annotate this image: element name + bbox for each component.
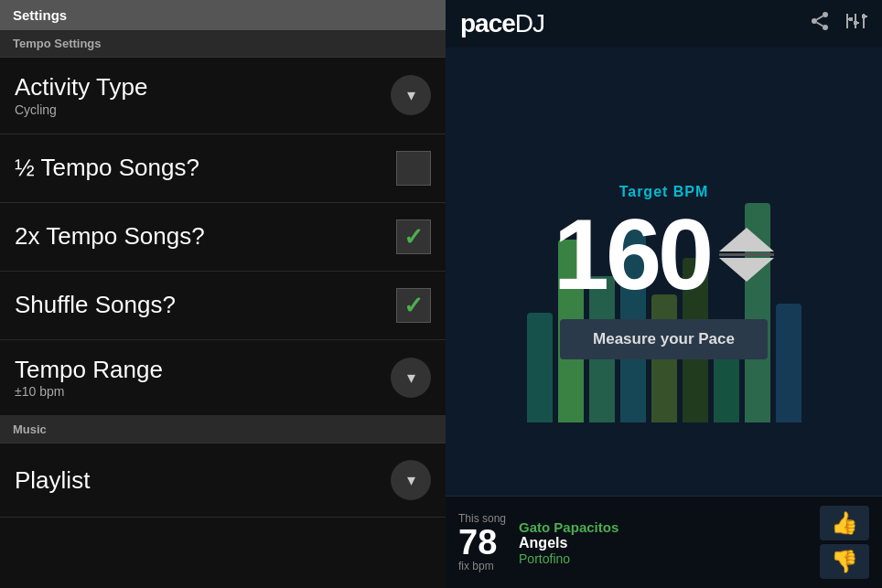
logo-pace: pace: [460, 9, 515, 38]
pacedj-header: pace DJ: [446, 0, 882, 48]
svg-point-2: [823, 25, 828, 30]
svg-rect-7: [849, 17, 853, 21]
song-info: This song 78 fix bpm Gato Papacitos Ange…: [446, 496, 882, 588]
svg-rect-13: [862, 15, 866, 18]
bpm-row: 160: [554, 204, 775, 305]
settings-item-activity-type[interactable]: Activity Type Cycling ▾: [0, 58, 446, 134]
playlist-dropdown[interactable]: ▾: [391, 460, 431, 500]
checkmark-double-tempo: ✓: [403, 225, 424, 249]
pacedj-panel: pace DJ: [446, 0, 882, 588]
double-tempo-label: 2x Tempo Songs?: [15, 223, 205, 250]
settings-item-tempo-range[interactable]: Tempo Range ±10 bpm ▾: [0, 340, 446, 417]
svg-rect-10: [854, 21, 857, 25]
svg-point-1: [812, 18, 817, 24]
equalizer-icon[interactable]: [844, 10, 867, 37]
settings-panel: Settings Tempo Settings Activity Type Cy…: [0, 0, 446, 588]
stepper-divider: [719, 253, 774, 256]
thumbs-down-button[interactable]: 👎: [820, 544, 869, 579]
bpm-stepper: [719, 228, 774, 282]
half-tempo-label: ½ Tempo Songs?: [15, 155, 199, 181]
settings-title-bar: Settings: [0, 0, 446, 30]
measure-pace-button[interactable]: Measure your Pace: [560, 319, 768, 359]
checkmark-shuffle: ✓: [403, 294, 424, 317]
song-artist: Angels: [519, 535, 807, 551]
svg-point-0: [823, 12, 828, 17]
svg-line-4: [817, 16, 823, 20]
tempo-range-value: ±10 bpm: [15, 384, 163, 399]
thumbs-container: 👍 👎: [820, 506, 869, 579]
song-details: Gato Papacitos Angels Portofino: [519, 519, 807, 566]
settings-item-half-tempo[interactable]: ½ Tempo Songs?: [0, 134, 446, 203]
tempo-range-dropdown[interactable]: ▾: [391, 358, 431, 398]
activity-type-label: Activity Type: [15, 74, 147, 101]
activity-type-dropdown[interactable]: ▾: [391, 75, 431, 115]
song-album: Portofino: [519, 551, 807, 566]
viz-bar: [527, 313, 553, 422]
song-bpm-number: 78: [458, 525, 497, 560]
section-header-tempo: Tempo Settings: [0, 30, 446, 58]
viz-area: Target BPM 160 Measure your Pace: [446, 48, 882, 496]
fix-bpm-label: fix bpm: [458, 560, 494, 572]
thumbs-up-button[interactable]: 👍: [820, 506, 869, 540]
settings-title: Settings: [13, 7, 67, 23]
bpm-increment-button[interactable]: [719, 228, 774, 251]
bpm-number: 160: [554, 204, 711, 305]
svg-line-3: [817, 23, 823, 27]
shuffle-checkbox[interactable]: ✓: [396, 288, 431, 323]
half-tempo-checkbox[interactable]: [396, 151, 431, 186]
section-header-music: Music: [0, 416, 446, 444]
playlist-label: Playlist: [15, 467, 90, 494]
bpm-decrement-button[interactable]: [719, 258, 774, 282]
settings-item-playlist[interactable]: Playlist ▾: [0, 444, 446, 518]
song-name-top: Gato Papacitos: [519, 519, 807, 535]
settings-item-double-tempo[interactable]: 2x Tempo Songs? ✓: [0, 203, 446, 272]
shuffle-label: Shuffle Songs?: [15, 292, 176, 318]
song-bpm-box: This song 78 fix bpm: [458, 512, 506, 572]
settings-item-shuffle[interactable]: Shuffle Songs? ✓: [0, 272, 446, 340]
tempo-range-label: Tempo Range: [15, 357, 163, 383]
share-icon[interactable]: [809, 10, 831, 37]
pacedj-logo: pace DJ: [460, 9, 544, 38]
double-tempo-checkbox[interactable]: ✓: [396, 219, 431, 254]
logo-dj: DJ: [515, 9, 544, 38]
header-icons: [809, 10, 867, 37]
viz-bar: [776, 304, 801, 422]
activity-type-value: Cycling: [15, 102, 147, 117]
